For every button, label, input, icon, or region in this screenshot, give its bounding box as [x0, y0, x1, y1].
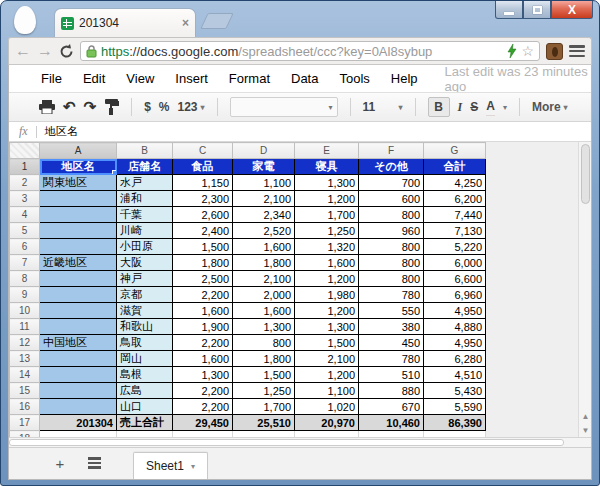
cell[interactable]: 700: [359, 175, 424, 191]
minimize-button[interactable]: [495, 1, 523, 19]
row-header-1[interactable]: 1: [10, 159, 40, 175]
row-header-13[interactable]: 13: [10, 351, 40, 367]
cell[interactable]: 2,200: [173, 383, 233, 399]
lightning-icon[interactable]: [507, 44, 517, 58]
cell[interactable]: 1,250: [295, 223, 359, 239]
menu-tools[interactable]: Tools: [339, 71, 369, 86]
row-header-3[interactable]: 3: [10, 191, 40, 207]
cell[interactable]: 4,510: [424, 367, 486, 383]
cell[interactable]: 1,300: [295, 319, 359, 335]
horizontal-scrollbar-thumb[interactable]: [9, 439, 564, 446]
cell[interactable]: 水戸: [117, 175, 173, 191]
cell[interactable]: 780: [359, 287, 424, 303]
text-color-button[interactable]: A: [486, 100, 495, 115]
cell[interactable]: 近畿地区: [40, 255, 117, 271]
cell[interactable]: 800: [359, 239, 424, 255]
row-header-9[interactable]: 9: [10, 287, 40, 303]
cell[interactable]: 6,000: [424, 255, 486, 271]
column-header-e[interactable]: E: [295, 143, 359, 159]
column-header-g[interactable]: G: [424, 143, 486, 159]
row-header-6[interactable]: 6: [10, 239, 40, 255]
cell[interactable]: 5,220: [424, 239, 486, 255]
row-header-2[interactable]: 2: [10, 175, 40, 191]
new-tab-button[interactable]: [200, 13, 233, 29]
cell[interactable]: 中国地区: [40, 335, 117, 351]
column-header-d[interactable]: D: [233, 143, 295, 159]
cell[interactable]: 600: [359, 191, 424, 207]
fill-handle[interactable]: [112, 170, 117, 175]
cell[interactable]: 1,300: [173, 367, 233, 383]
cell[interactable]: 岡山: [117, 351, 173, 367]
menu-edit[interactable]: Edit: [83, 71, 105, 86]
cell[interactable]: 4,950: [424, 303, 486, 319]
cell[interactable]: 合計: [424, 159, 486, 175]
cell[interactable]: 店舗名: [117, 159, 173, 175]
cell[interactable]: 1,980: [295, 287, 359, 303]
row-header-16[interactable]: 16: [10, 399, 40, 415]
cell[interactable]: 1,800: [233, 351, 295, 367]
menu-format[interactable]: Format: [229, 71, 270, 86]
cell[interactable]: 地区名: [40, 159, 117, 175]
cell[interactable]: 2,100: [233, 191, 295, 207]
horizontal-scrollbar[interactable]: [9, 437, 591, 447]
cell[interactable]: 1,600: [233, 303, 295, 319]
bold-button[interactable]: B: [428, 97, 450, 117]
italic-button[interactable]: I: [458, 100, 463, 115]
column-header-f[interactable]: F: [359, 143, 424, 159]
cell[interactable]: 1,600: [295, 255, 359, 271]
cell[interactable]: 2,200: [173, 287, 233, 303]
cell[interactable]: 1,500: [295, 335, 359, 351]
cell[interactable]: 6,280: [424, 351, 486, 367]
cell[interactable]: 2,200: [173, 335, 233, 351]
cell[interactable]: 2,100: [295, 351, 359, 367]
cell[interactable]: その他: [359, 159, 424, 175]
number-format-button[interactable]: 123▾: [178, 100, 205, 114]
cell[interactable]: [40, 351, 117, 367]
cell[interactable]: [40, 207, 117, 223]
cell[interactable]: 寝具: [295, 159, 359, 175]
cell[interactable]: 2,100: [233, 271, 295, 287]
cell[interactable]: [40, 383, 117, 399]
cell[interactable]: 浦和: [117, 191, 173, 207]
cell[interactable]: 1,150: [173, 175, 233, 191]
cell[interactable]: 1,250: [233, 383, 295, 399]
percent-format-button[interactable]: %: [159, 100, 170, 114]
cell[interactable]: 450: [359, 335, 424, 351]
cell[interactable]: 670: [359, 399, 424, 415]
font-family-select[interactable]: ▾: [230, 97, 338, 117]
cell[interactable]: [40, 399, 117, 415]
scroll-down-icon[interactable]: ▼: [582, 427, 590, 435]
cell[interactable]: 550: [359, 303, 424, 319]
cell[interactable]: 1,320: [295, 239, 359, 255]
cell[interactable]: 6,960: [424, 287, 486, 303]
cell[interactable]: 6,600: [424, 271, 486, 287]
cell[interactable]: 380: [359, 319, 424, 335]
cell[interactable]: 大阪: [117, 255, 173, 271]
cell[interactable]: 1,600: [233, 239, 295, 255]
forward-icon[interactable]: →: [37, 43, 53, 59]
cell[interactable]: 1,600: [173, 303, 233, 319]
cell[interactable]: 神戸: [117, 271, 173, 287]
row-header-8[interactable]: 8: [10, 271, 40, 287]
cell[interactable]: 売上合計: [117, 415, 173, 431]
cell[interactable]: 1,900: [173, 319, 233, 335]
cell[interactable]: 1,700: [295, 207, 359, 223]
vertical-scrollbar-thumb[interactable]: [581, 144, 590, 204]
cell[interactable]: 滋賀: [117, 303, 173, 319]
cell[interactable]: 1,700: [233, 399, 295, 415]
menu-data[interactable]: Data: [291, 71, 318, 86]
cell[interactable]: 山口: [117, 399, 173, 415]
row-header-10[interactable]: 10: [10, 303, 40, 319]
cell[interactable]: 2,300: [173, 191, 233, 207]
cell[interactable]: 1,800: [233, 255, 295, 271]
cell[interactable]: 京都: [117, 287, 173, 303]
back-icon[interactable]: ←: [15, 43, 31, 59]
cell[interactable]: 和歌山: [117, 319, 173, 335]
cell[interactable]: 10,460: [359, 415, 424, 431]
cell[interactable]: 880: [359, 383, 424, 399]
cell[interactable]: 1,300: [295, 175, 359, 191]
font-size-select[interactable]: 11▾: [363, 100, 403, 114]
bookmark-star-icon[interactable]: ☆: [521, 44, 534, 58]
redo-icon[interactable]: ↷: [84, 98, 97, 116]
vertical-scrollbar[interactable]: ▲ ▼: [578, 142, 591, 437]
